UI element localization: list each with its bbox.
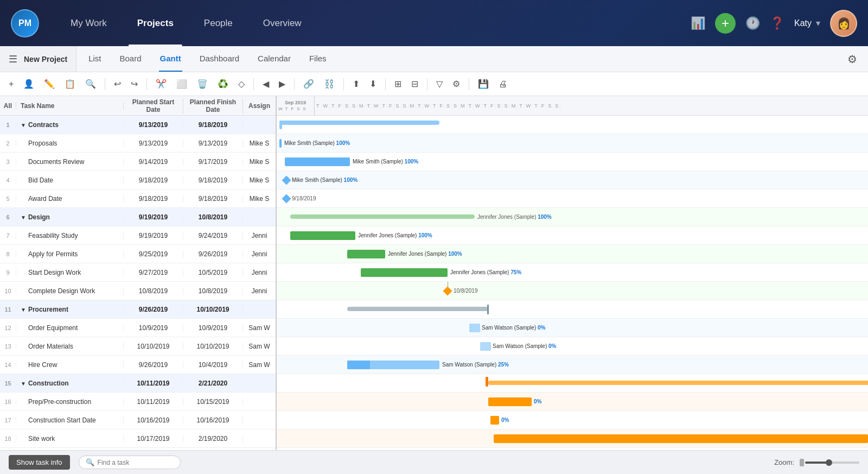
search-btn[interactable]: 🔍 <box>82 77 99 91</box>
gantt-group-bar[interactable] <box>290 214 475 219</box>
user-btn[interactable]: 👤 <box>20 77 37 91</box>
chart-icon[interactable]: 📊 <box>691 16 705 30</box>
col-header-assign: Assign <box>243 102 276 110</box>
gantt-bar[interactable] <box>361 268 448 277</box>
diamond-btn[interactable]: ◇ <box>235 77 248 91</box>
row-task-name[interactable]: ▼Procurement <box>16 306 124 313</box>
row-finish-date: 2/19/2020 <box>183 435 243 443</box>
row-num: 2 <box>0 140 16 147</box>
delete-btn[interactable]: 🗑️ <box>194 77 211 91</box>
indent-btn[interactable]: ◀ <box>259 77 272 91</box>
col-header-task: Task Name <box>16 102 124 110</box>
collapse-icon[interactable]: ▼ <box>21 122 26 128</box>
help-icon[interactable]: ❓ <box>770 16 784 30</box>
row-task-name[interactable]: Feasability Study <box>16 232 124 239</box>
cut-btn[interactable]: ✂️ <box>152 77 170 91</box>
undo-btn[interactable]: ↩ <box>111 77 124 91</box>
row-task-name[interactable]: Start Design Work <box>16 269 124 276</box>
grid2-btn[interactable]: ⊟ <box>408 77 422 91</box>
row-finish-date: 9/17/2019 <box>183 158 243 166</box>
link-btn[interactable]: 🔗 <box>300 77 317 91</box>
row-task-name[interactable]: Proposals <box>16 140 124 147</box>
settings-icon[interactable]: ⚙ <box>837 53 868 66</box>
gantt-bar[interactable] <box>347 250 385 258</box>
gantt-bar[interactable] <box>290 231 355 240</box>
redo-btn[interactable]: ↪ <box>127 77 141 91</box>
box-btn[interactable]: ⬜ <box>173 77 190 91</box>
row-task-name[interactable]: Complete Design Work <box>16 287 124 295</box>
show-task-info-button[interactable]: Show task info <box>9 455 70 470</box>
row-task-name[interactable]: Apply for Permits <box>16 250 124 258</box>
print-btn[interactable]: 🖨 <box>495 77 510 91</box>
gantt-bar[interactable] <box>494 434 868 443</box>
copy-btn[interactable]: 📋 <box>61 77 79 91</box>
row-assignee: Sam W <box>243 324 276 332</box>
edit-btn[interactable]: ✏️ <box>41 77 58 91</box>
chain-btn[interactable]: ⛓️ <box>321 77 338 91</box>
row-finish-date: 9/26/2019 <box>183 250 243 258</box>
row-task-name[interactable]: Documents Review <box>16 158 124 166</box>
add-task-btn[interactable]: + <box>5 77 17 91</box>
gantt-row-5: 9/18/2019 <box>277 189 868 208</box>
gantt-bar[interactable] <box>480 342 491 351</box>
upload-btn[interactable]: ⬆ <box>349 77 363 91</box>
gantt-bar[interactable] <box>285 157 350 166</box>
nav-projects[interactable]: Projects <box>122 12 189 34</box>
row-task-name[interactable]: Order Materials <box>16 343 124 350</box>
download-btn[interactable]: ⬇ <box>366 77 380 91</box>
gantt-bar[interactable] <box>469 324 480 332</box>
user-badge[interactable]: Katy ▾ <box>794 18 820 28</box>
row-finish-date: 10/10/2019 <box>183 343 243 350</box>
subnav-tabs: List Board Gantt Dashboard Calendar File… <box>76 46 837 72</box>
gantt-row-4: Mike Smith (Sample) 100% <box>277 171 868 189</box>
find-task-input[interactable] <box>98 459 174 466</box>
tab-board[interactable]: Board <box>118 46 142 72</box>
row-num: 13 <box>0 343 16 350</box>
row-task-name[interactable]: Order Equipment <box>16 324 124 332</box>
gantt-group-bar[interactable] <box>279 121 439 125</box>
app-logo[interactable]: PM <box>11 9 39 37</box>
bell-icon[interactable]: 🕐 <box>745 16 760 30</box>
row-task-name[interactable]: Hire Crew <box>16 361 124 369</box>
nav-my-work[interactable]: My Work <box>55 12 122 34</box>
collapse-icon[interactable]: ▼ <box>21 214 26 220</box>
row-task-name[interactable]: Award Date <box>16 195 124 203</box>
filter-btn[interactable]: ▽ <box>433 77 446 91</box>
gantt-diamond-milestone <box>443 287 452 296</box>
row-task-name[interactable]: Site work <box>16 435 124 443</box>
zoom-thumb[interactable] <box>826 459 832 466</box>
row-task-name[interactable]: ▼Design <box>16 213 124 221</box>
outdent-btn[interactable]: ▶ <box>276 77 289 91</box>
row-task-name[interactable]: ▼Contracts <box>16 121 124 129</box>
row-task-name[interactable]: Bid Date <box>16 176 124 184</box>
row-task-name[interactable]: ▼Construction <box>16 380 124 387</box>
tab-list[interactable]: List <box>87 46 102 72</box>
tab-gantt[interactable]: Gantt <box>159 46 182 72</box>
gantt-bar[interactable] <box>279 139 282 148</box>
save-btn[interactable]: 💾 <box>475 77 492 91</box>
grid1-btn[interactable]: ⊞ <box>391 77 405 91</box>
collapse-icon[interactable]: ▼ <box>21 307 26 313</box>
add-button[interactable]: + <box>715 13 736 34</box>
sep1 <box>105 78 105 90</box>
recycle-btn[interactable]: ♻️ <box>214 77 232 91</box>
main-content: All Task Name Planned Start Date Planned… <box>0 96 868 450</box>
gantt-group-bar[interactable] <box>347 307 488 311</box>
avatar[interactable]: 👩 <box>830 10 857 37</box>
tab-calendar[interactable]: Calendar <box>257 46 292 72</box>
gantt-group-bar[interactable] <box>488 381 868 385</box>
tab-dashboard[interactable]: Dashboard <box>199 46 240 72</box>
hamburger-icon[interactable]: ☰ <box>9 53 17 65</box>
table-row: 11 ▼Procurement 9/26/2019 10/10/2019 <box>0 300 276 319</box>
nav-people[interactable]: People <box>189 12 248 34</box>
gantt-bar[interactable] <box>488 397 532 406</box>
col-header-all[interactable]: All <box>0 102 16 110</box>
row-task-name[interactable]: Construction Start Date <box>16 416 124 424</box>
config-btn[interactable]: ⚙ <box>449 77 463 91</box>
collapse-icon[interactable]: ▼ <box>21 381 26 387</box>
subnav-left: ☰ New Project <box>0 46 76 72</box>
tab-files[interactable]: Files <box>308 46 328 72</box>
nav-overview[interactable]: Overview <box>248 12 317 34</box>
row-task-name[interactable]: Prep/Pre-construction <box>16 398 124 406</box>
zoom-track[interactable] <box>805 462 859 464</box>
